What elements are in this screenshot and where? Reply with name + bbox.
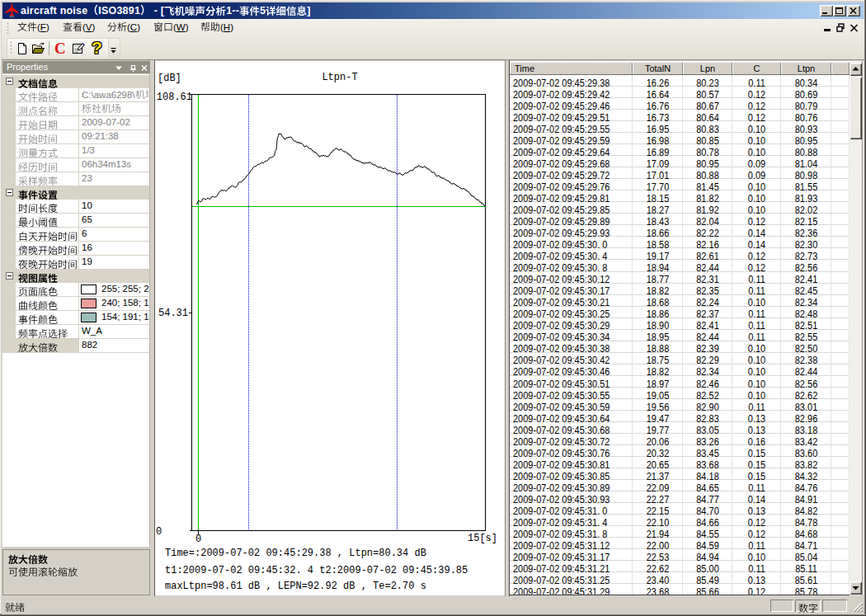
svg-text:Ltpn-T: Ltpn-T xyxy=(322,72,357,83)
svg-text:maxLtpn=98.61 dB , LEPN=92.92: maxLtpn=98.61 dB , LEPN=92.92 dB , Te=2.… xyxy=(165,581,426,592)
svg-text:15[s]: 15[s] xyxy=(468,533,497,544)
svg-text:54.31: 54.31 xyxy=(158,308,188,319)
svg-text:[dB]: [dB] xyxy=(158,73,181,84)
svg-text:0: 0 xyxy=(195,534,201,545)
svg-text:Time=:2009-07-02 09:45:29.38 ,: Time=:2009-07-02 09:45:29.38 , Ltpn=80.3… xyxy=(165,548,426,559)
svg-text:t1:2009-07-02 09:45:32. 4 t2:2: t1:2009-07-02 09:45:32. 4 t2:2009-07-02 … xyxy=(165,565,468,576)
svg-text:108.61: 108.61 xyxy=(157,92,192,103)
svg-text:0: 0 xyxy=(156,526,162,538)
